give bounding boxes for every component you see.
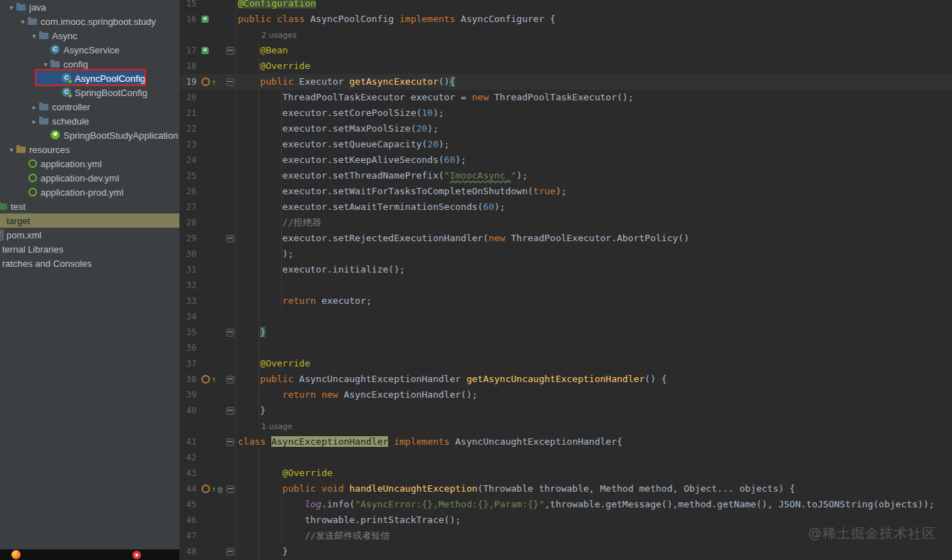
- tree-item-application-yml[interactable]: application.yml: [0, 157, 179, 171]
- code-line-42[interactable]: 42: [179, 450, 952, 465]
- line-number: 40: [179, 403, 198, 418]
- code-line-31[interactable]: 31 executor.initialize();: [179, 262, 952, 278]
- line-number: 21: [179, 105, 198, 121]
- chevron-expanded-icon[interactable]: ▾: [7, 146, 16, 154]
- override-method-icon[interactable]: [202, 375, 210, 384]
- tree-item-controller[interactable]: ▸controller: [0, 100, 179, 114]
- override-method-icon[interactable]: [202, 78, 210, 86]
- code-text: }: [236, 403, 952, 418]
- tree-item-async[interactable]: ▾Async: [0, 28, 179, 43]
- implements-arrow-icon[interactable]: ↑: [211, 376, 216, 384]
- code-line-26[interactable]: 26 executor.setWaitForTasksToCompleteOnS…: [179, 184, 952, 199]
- code-line-44[interactable]: 44↑@ public void handleUncaughtException…: [179, 481, 952, 497]
- music-app-icon[interactable]: [132, 551, 141, 559]
- chevron-collapsed-icon[interactable]: ▸: [30, 103, 38, 111]
- code-line-22[interactable]: 22 executor.setMaxPoolSize(20);: [179, 121, 952, 137]
- tree-item-springbootconfig[interactable]: SpringBootConfig: [0, 85, 179, 100]
- spring-bean-icon[interactable]: [202, 16, 209, 23]
- fold-marker-end[interactable]: [226, 548, 234, 556]
- code-line-43[interactable]: 43 @Override: [179, 465, 952, 481]
- code-line-37[interactable]: 37 @Override: [179, 356, 952, 371]
- fold-column: [225, 74, 236, 90]
- usages-hint[interactable]: 2 usages: [238, 31, 296, 40]
- code-line-27[interactable]: 27 executor.setAwaitTerminationSeconds(6…: [179, 199, 952, 215]
- spring-yml-icon: [27, 172, 38, 184]
- line-number: 22: [179, 121, 198, 137]
- implements-arrow-icon[interactable]: ↑: [211, 78, 216, 86]
- gutter-icons: [198, 450, 225, 465]
- gutter-icons: [198, 544, 225, 559]
- tree-item-pom-xml[interactable]: pom.xml: [0, 228, 179, 242]
- fold-column: [225, 434, 236, 450]
- chevron-collapsed-icon[interactable]: ▸: [30, 117, 38, 125]
- code-line-45[interactable]: 45 log.info("AsyncError:{},Method:{},Par…: [179, 497, 952, 512]
- code-line-28[interactable]: 28 //拒绝器: [179, 215, 952, 231]
- code-line-41[interactable]: 41class AsyncExceptionHandler implements…: [179, 434, 952, 450]
- code-line-29[interactable]: 29 executor.setRejectedExecutionHandler(…: [179, 231, 952, 246]
- fold-marker-start[interactable]: [226, 235, 234, 243]
- code-line-40[interactable]: 40 }: [179, 403, 952, 418]
- chevron-expanded-icon[interactable]: ▾: [7, 4, 16, 11]
- chevron-expanded-icon[interactable]: ▾: [41, 60, 50, 68]
- code-line-35[interactable]: 35 }: [179, 324, 952, 340]
- code-text: executor.setCorePoolSize(10);: [236, 105, 952, 121]
- spring-bean-icon[interactable]: [202, 47, 209, 54]
- fold-marker-start[interactable]: [226, 376, 234, 384]
- code-line-32[interactable]: 32: [179, 278, 952, 293]
- tree-item-test[interactable]: test: [0, 199, 179, 213]
- tree-item-label: ternal Libraries: [0, 244, 63, 255]
- tree-item-resources[interactable]: ▾resources: [0, 142, 179, 157]
- code-text: public void handleUncaughtException(Thro…: [236, 481, 952, 497]
- gutter-icons: [198, 356, 225, 371]
- fold-column: [225, 512, 236, 528]
- tree-item-application-prod-yml[interactable]: application-prod.yml: [0, 185, 179, 199]
- code-line-33[interactable]: 33 return executor;: [179, 293, 952, 309]
- annotation-gutter-icon[interactable]: @: [218, 485, 223, 493]
- tree-item-asyncservice[interactable]: AsyncService: [0, 43, 179, 57]
- chevron-expanded-icon[interactable]: ▾: [30, 32, 38, 40]
- browser-icon[interactable]: [11, 550, 21, 559]
- fold-marker-end[interactable]: [226, 329, 234, 337]
- code-line-30[interactable]: 30 );: [179, 246, 952, 262]
- code-line-23[interactable]: 23 executor.setQueueCapacity(20);: [179, 137, 952, 152]
- chevron-expanded-icon[interactable]: ▾: [19, 18, 27, 26]
- fold-marker-start[interactable]: [226, 78, 234, 86]
- fold-marker-end[interactable]: [226, 407, 234, 415]
- usages-hint[interactable]: 1 usage: [238, 422, 293, 431]
- fold-column: [225, 121, 236, 137]
- code-line-48[interactable]: 48 }: [179, 544, 952, 559]
- tree-item-java[interactable]: ▾java: [0, 0, 179, 14]
- override-method-icon[interactable]: [202, 485, 210, 493]
- package-icon: [38, 115, 50, 127]
- tree-item-ternal-libraries[interactable]: ternal Libraries: [0, 242, 179, 256]
- code-line-34[interactable]: 34: [179, 309, 952, 324]
- fold-marker-start[interactable]: [226, 485, 234, 493]
- code-line-16[interactable]: 16public class AsyncPoolConfig implement…: [179, 11, 952, 27]
- tree-item-target[interactable]: target: [0, 213, 179, 228]
- implements-arrow-icon[interactable]: ↑: [211, 485, 216, 493]
- fold-marker-start[interactable]: [226, 47, 234, 55]
- tree-item-springbootstudyapplication[interactable]: SpringBootStudyApplication: [0, 128, 179, 142]
- gutter-icons: ↑@: [198, 481, 225, 497]
- annotation-red-box: [35, 69, 146, 86]
- code-line-18[interactable]: 18 @Override: [179, 58, 952, 74]
- code-line-15[interactable]: 15@Configuration: [179, 0, 952, 11]
- code-text: );: [236, 246, 952, 262]
- code-line-21[interactable]: 21 executor.setCorePoolSize(10);: [179, 105, 952, 121]
- line-number: 43: [179, 465, 198, 481]
- tree-item-label: test: [9, 201, 26, 212]
- code-line-25[interactable]: 25 executor.setThreadNamePrefix("ImoocAs…: [179, 168, 952, 184]
- code-line-39[interactable]: 39 return new AsyncExceptionHandler();: [179, 387, 952, 403]
- tree-item-com-imooc-springboot-study[interactable]: ▾com.imooc.springboot.study: [0, 14, 179, 28]
- code-line-17[interactable]: 17 @Bean: [179, 43, 952, 58]
- code-line-24[interactable]: 24 executor.setKeepAliveSeconds(60);: [179, 152, 952, 168]
- code-line-19[interactable]: 19↑ public Executor getAsyncExecutor(){: [179, 74, 952, 90]
- code-line-38[interactable]: 38↑ public AsyncUncaughtExceptionHandler…: [179, 371, 952, 387]
- code-line-36[interactable]: 36: [179, 340, 952, 356]
- tree-item-schedule[interactable]: ▸schedule: [0, 114, 179, 128]
- line-number: 39: [179, 387, 198, 403]
- fold-marker-start[interactable]: [226, 438, 234, 446]
- code-line-20[interactable]: 20 ThreadPoolTaskExecutor executor = new…: [179, 90, 952, 105]
- tree-item-ratches-and-consoles[interactable]: ratches and Consoles: [0, 256, 179, 270]
- tree-item-application-dev-yml[interactable]: application-dev.yml: [0, 171, 179, 185]
